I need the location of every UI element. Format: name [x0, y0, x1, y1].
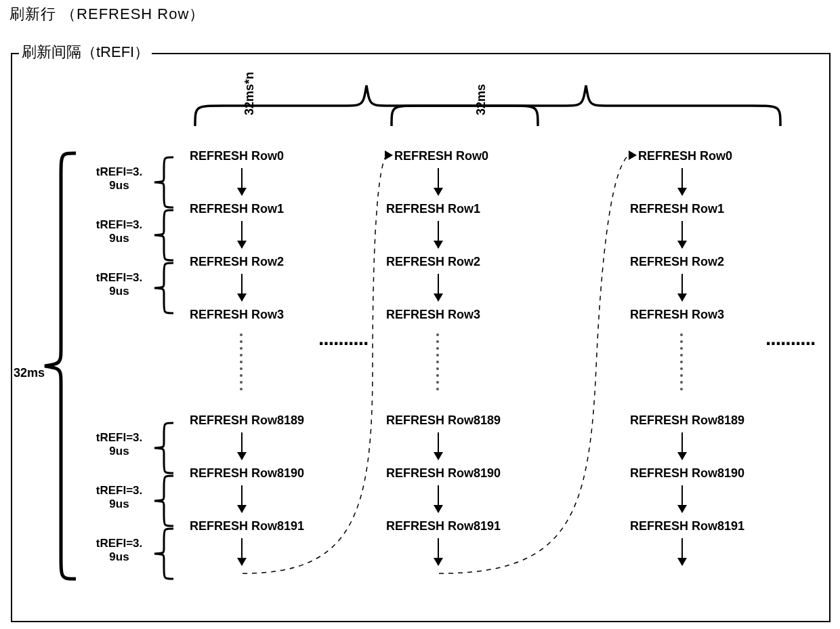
trefi-l2: 9us — [109, 179, 129, 192]
row0: REFRESH Row0 — [638, 149, 732, 163]
arrow-down-icon — [681, 432, 683, 460]
row8190: REFRESH Row8190 — [190, 466, 304, 481]
arrow-down-icon — [681, 274, 683, 301]
trefi-brace-2: tREFI=3.9us — [88, 209, 190, 262]
left-big-brace — [41, 150, 79, 582]
title-refresh-row: 刷新行 （REFRESH Row） — [9, 4, 205, 24]
row2: REFRESH Row2 — [386, 255, 480, 269]
trefi-brace-3: tREFI=3.9us — [88, 262, 190, 314]
arrow-down-icon — [681, 168, 683, 195]
trefi-brace-6: tREFI=3.9us — [88, 527, 190, 580]
arrow-down-icon — [438, 485, 439, 512]
vertical-ellipsis-icon — [680, 329, 681, 394]
arrow-right-icon — [385, 150, 393, 160]
arrow-down-icon — [241, 432, 243, 460]
row3: REFRESH Row3 — [630, 308, 724, 322]
row8190: REFRESH Row8190 — [386, 466, 501, 481]
vertical-ellipsis-icon — [436, 329, 438, 394]
arrow-down-icon — [681, 538, 683, 565]
row2: REFRESH Row2 — [630, 255, 724, 269]
arrow-down-icon — [241, 274, 243, 301]
arrow-down-icon — [681, 485, 683, 512]
row8191: REFRESH Row8191 — [386, 519, 501, 533]
arrow-down-icon — [241, 221, 243, 248]
row8191: REFRESH Row8191 — [630, 519, 744, 533]
trefi-brace-5: tREFI=3.9us — [88, 474, 190, 527]
arrow-down-icon — [438, 432, 439, 460]
top-brace-2-label: 32ms — [474, 84, 488, 115]
row8191: REFRESH Row8191 — [190, 519, 304, 533]
row3: REFRESH Row3 — [190, 308, 284, 322]
arrow-down-icon — [438, 538, 439, 565]
row8189: REFRESH Row8189 — [630, 413, 744, 428]
top-brace-1-label: 32ms*n — [243, 72, 257, 115]
row1: REFRESH Row1 — [386, 202, 480, 216]
arrow-down-icon — [241, 538, 243, 565]
trefi-brace-4: tREFI=3.9us — [88, 422, 190, 474]
trefi-l1: tREFI=3. — [96, 165, 143, 178]
horizontal-ellipsis-2: ·········· — [765, 332, 815, 355]
row8190: REFRESH Row8190 — [630, 466, 744, 481]
row8189: REFRESH Row8189 — [190, 413, 304, 428]
trefi-brace-1: tREFI=3.9us — [88, 156, 190, 209]
horizontal-ellipsis-1: ·········· — [318, 332, 368, 355]
row3: REFRESH Row3 — [386, 308, 480, 322]
row2: REFRESH Row2 — [190, 255, 284, 269]
row1: REFRESH Row1 — [190, 202, 284, 216]
row1: REFRESH Row1 — [630, 202, 724, 216]
title-refresh-interval: 刷新间隔（tREFI） — [19, 42, 152, 62]
arrow-down-icon — [438, 274, 439, 301]
row8189: REFRESH Row8189 — [386, 413, 501, 428]
vertical-ellipsis-icon — [240, 329, 241, 394]
arrow-down-icon — [241, 168, 243, 195]
arrow-down-icon — [681, 221, 683, 248]
arrow-down-icon — [438, 221, 439, 248]
row0: REFRESH Row0 — [394, 149, 488, 163]
row0: REFRESH Row0 — [190, 149, 284, 163]
arrow-down-icon — [241, 485, 243, 512]
arrow-down-icon — [438, 168, 439, 195]
arrow-right-icon — [629, 150, 637, 160]
